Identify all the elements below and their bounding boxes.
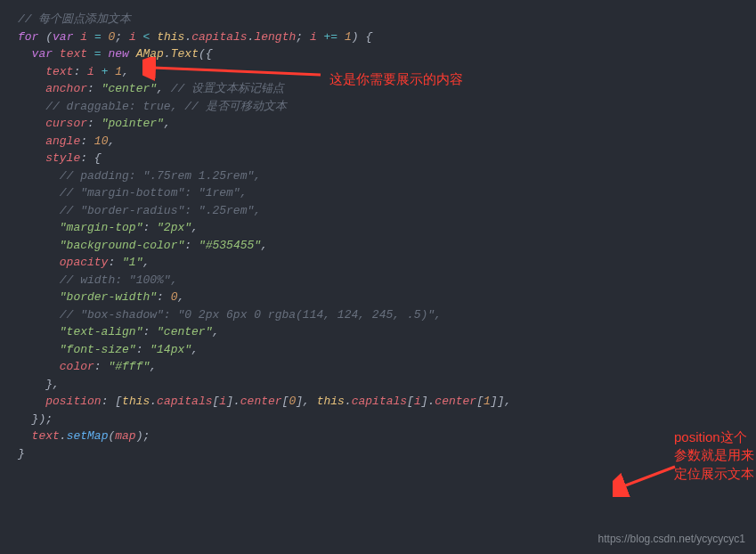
code-block: // 每个圆点添加文本 for (var i = 0; i < this.cap… [18,11,747,462]
arrow-icon [613,461,684,497]
comment-line: // 每个圆点添加文本 [18,12,131,26]
watermark: https://blog.csdn.net/ycycycyc1 [598,531,745,547]
svg-line-3 [623,467,675,486]
